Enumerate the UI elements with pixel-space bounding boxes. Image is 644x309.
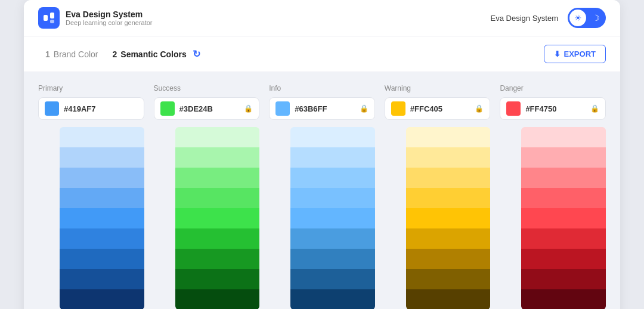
shade-block-300 [406, 168, 491, 188]
warning-lock-icon[interactable]: 🔒 [475, 104, 484, 113]
danger-shade-700: 700 [521, 249, 606, 269]
shade-block-900 [175, 289, 260, 309]
info-label: Info [269, 84, 375, 92]
refresh-icon[interactable]: ↻ [193, 48, 200, 60]
export-button[interactable]: ⬇ EXPORT [544, 45, 606, 63]
primary-shade-200: 200 [60, 147, 144, 168]
column-success: Success#3DE24B🔒1002003004005006007008009… [154, 84, 260, 309]
tab-semantic-colors[interactable]: 2 Semantic Colors ↻ [106, 45, 208, 63]
danger-label: Danger [500, 84, 606, 92]
column-info: Info#63B6FF🔒100200300400500600700800900 [269, 84, 375, 309]
header-brand-label: Eva Design System [491, 14, 558, 23]
primary-shade-300: 300 [60, 168, 144, 188]
export-label: EXPORT [564, 50, 596, 58]
warning-shades: 100200300400500600700800900 [406, 127, 491, 309]
info-shade-300: 300 [290, 168, 375, 188]
info-hex: #63B6FF [295, 104, 355, 113]
shade-block-900 [290, 289, 375, 309]
header: Eva Design System Deep learning color ge… [24, 0, 620, 36]
danger-shade-600: 600 [521, 228, 606, 249]
warning-shade-600: 600 [406, 228, 491, 249]
danger-shade-900: 900 [521, 289, 606, 309]
shade-block-100 [290, 127, 375, 147]
shade-block-800 [60, 269, 144, 289]
warning-shade-900: 900 [406, 289, 491, 309]
shade-block-800 [290, 269, 375, 289]
column-danger: Danger#FF4750🔒10020030040050060070080090… [500, 84, 606, 309]
primary-shades: 100200300400500600700800900 [60, 127, 144, 309]
logo-area: Eva Design System Deep learning color ge… [38, 7, 153, 29]
success-shade-600: 600 [175, 228, 260, 249]
danger-lock-icon[interactable]: 🔒 [590, 104, 599, 113]
download-icon: ⬇ [554, 50, 561, 58]
app-subtitle: Deep learning color generator [66, 19, 153, 26]
shade-block-100 [406, 127, 491, 147]
primary-label: Primary [38, 84, 144, 92]
shade-block-600 [521, 228, 606, 249]
success-input-row[interactable]: #3DE24B🔒 [154, 97, 260, 120]
app-container: Eva Design System Deep learning color ge… [24, 0, 620, 309]
primary-shade-500: 500 [60, 208, 144, 228]
primary-shade-100: 100 [60, 127, 144, 147]
primary-input-row[interactable]: #419AF7 [38, 97, 144, 120]
shade-block-500 [406, 208, 491, 228]
danger-shade-100: 100 [521, 127, 606, 147]
column-warning: Warning#FFC405🔒1002003004005006007008009… [385, 84, 491, 309]
success-shade-100: 100 [175, 127, 260, 147]
success-swatch [160, 101, 175, 116]
theme-light-button[interactable]: ☀ [569, 10, 586, 26]
warning-hex: #FFC405 [410, 104, 470, 113]
warning-input-row[interactable]: #FFC405🔒 [385, 97, 491, 120]
danger-shade-400: 400 [521, 188, 606, 208]
primary-hex: #419AF7 [64, 104, 138, 113]
shade-block-600 [175, 228, 260, 249]
info-lock-icon[interactable]: 🔒 [360, 104, 369, 113]
shade-block-200 [406, 147, 491, 168]
shade-block-400 [60, 188, 144, 208]
primary-swatch [45, 101, 59, 116]
theme-toggle[interactable]: ☀ ☽ [568, 8, 606, 28]
shade-block-600 [60, 228, 144, 249]
success-hex: #3DE24B [179, 104, 240, 113]
warning-shade-700: 700 [406, 249, 491, 269]
warning-shade-400: 400 [406, 188, 491, 208]
success-shades: 100200300400500600700800900 [175, 127, 260, 309]
success-shade-800: 800 [175, 269, 260, 289]
shade-block-200 [521, 147, 606, 168]
tab-brand-color[interactable]: 1 Brand Color [38, 46, 106, 63]
theme-dark-button[interactable]: ☽ [587, 10, 604, 26]
shade-block-400 [175, 188, 260, 208]
shade-block-800 [175, 269, 260, 289]
shade-block-600 [406, 228, 491, 249]
main-content: Primary#419AF710020030040050060070080090… [24, 72, 620, 309]
logo-icon [38, 7, 60, 29]
info-shades: 100200300400500600700800900 [290, 127, 375, 309]
warning-shade-300: 300 [406, 168, 491, 188]
shade-block-900 [406, 289, 491, 309]
info-shade-400: 400 [290, 188, 375, 208]
success-shade-200: 200 [175, 147, 260, 168]
primary-shade-700: 700 [60, 249, 144, 269]
shade-block-700 [521, 249, 606, 269]
success-lock-icon[interactable]: 🔒 [244, 104, 253, 113]
shade-block-300 [290, 168, 375, 188]
shade-block-300 [521, 168, 606, 188]
shade-block-900 [60, 289, 144, 309]
danger-hex: #FF4750 [525, 104, 586, 113]
danger-shade-200: 200 [521, 147, 606, 168]
info-input-row[interactable]: #63B6FF🔒 [269, 97, 375, 120]
info-shade-200: 200 [290, 147, 375, 168]
warning-swatch [391, 101, 405, 116]
shade-block-100 [175, 127, 260, 147]
success-shade-500: 500 [175, 208, 260, 228]
info-shade-900: 900 [290, 289, 375, 309]
primary-shade-400: 400 [60, 188, 144, 208]
warning-shade-200: 200 [406, 147, 491, 168]
color-columns: Primary#419AF710020030040050060070080090… [38, 84, 606, 309]
warning-shade-500: 500 [406, 208, 491, 228]
shade-block-300 [175, 168, 260, 188]
svg-rect-1 [50, 13, 54, 18]
danger-input-row[interactable]: #FF4750🔒 [500, 97, 606, 120]
info-shade-500: 500 [290, 208, 375, 228]
danger-shade-800: 800 [521, 269, 606, 289]
